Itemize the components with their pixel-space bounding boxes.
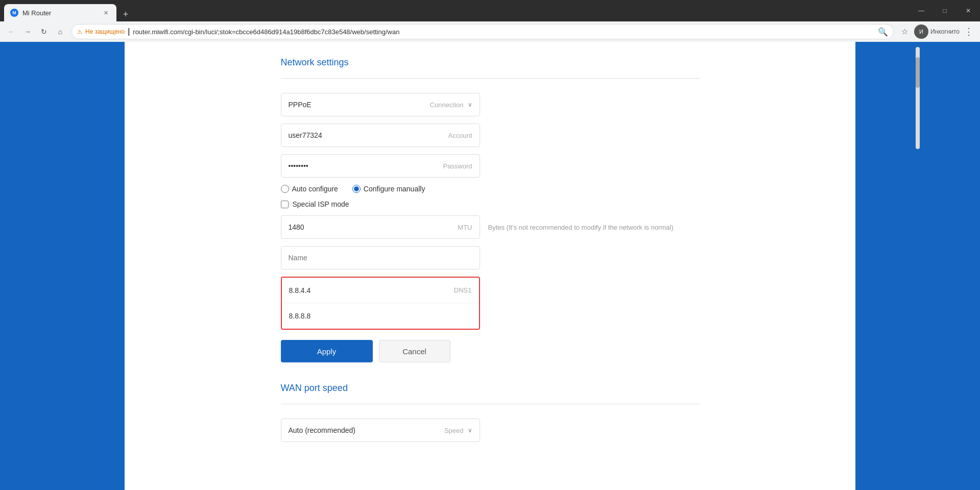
left-panel [0, 42, 125, 490]
configure-radio-group: Auto configure Configure manually [281, 185, 700, 193]
bookmark-button[interactable]: ☆ [898, 24, 912, 39]
connection-value: PPPoE [289, 101, 430, 109]
active-tab[interactable]: M Mi Router ✕ [4, 4, 116, 21]
tab-favicon: M [10, 9, 18, 17]
manual-configure-radio[interactable] [352, 185, 361, 193]
name-input[interactable] [289, 254, 472, 262]
dns2-input[interactable] [289, 312, 472, 320]
dns1-input[interactable] [289, 286, 454, 295]
manual-configure-label: Configure manually [364, 185, 425, 193]
cancel-button[interactable]: Cancel [379, 340, 450, 362]
home-button[interactable]: ⌂ [53, 24, 67, 39]
security-icon: ⚠ [77, 29, 82, 35]
wan-port-speed-title: WAN port speed [281, 383, 700, 394]
mtu-field[interactable]: MTU [281, 215, 480, 239]
account-label: Account [448, 132, 472, 139]
content-area: Network settings PPPoE Connection ∨ Acco… [125, 42, 855, 490]
account-input[interactable] [289, 131, 444, 139]
window-controls: — □ ✕ [910, 0, 980, 21]
not-secure-label: Не защищено [85, 28, 125, 35]
speed-label: Speed [444, 427, 464, 434]
browser-right-icons: ☆ И Инкогнито ⋮ [898, 24, 976, 39]
isp-mode-checkbox[interactable] [281, 201, 289, 208]
forward-button[interactable]: → [20, 24, 35, 39]
address-separator: | [128, 27, 130, 36]
browser-toolbar: ← → ↻ ⌂ ⚠ Не защищено | router.miwifi.co… [0, 21, 980, 42]
network-settings-title: Network settings [281, 57, 700, 68]
tab-close-button[interactable]: ✕ [101, 8, 110, 17]
apply-button[interactable]: Apply [281, 340, 373, 362]
address-bar[interactable]: ⚠ Не защищено | router.miwifi.com/cgi-bi… [71, 24, 894, 39]
manual-configure-option[interactable]: Configure manually [352, 185, 425, 193]
isp-mode-label: Special ISP mode [293, 200, 349, 208]
mtu-label: MTU [458, 224, 472, 231]
connection-field-row: PPPoE Connection ∨ [281, 93, 700, 116]
password-field-row: Password [281, 154, 700, 178]
account-field[interactable]: Account [281, 124, 480, 147]
isp-mode-checkbox-group: Special ISP mode [281, 200, 700, 208]
scrollbar-track[interactable] [916, 47, 920, 149]
password-label: Password [443, 162, 472, 170]
name-field[interactable] [281, 246, 480, 270]
password-input[interactable] [289, 162, 439, 170]
auto-configure-label: Auto configure [292, 185, 338, 193]
speed-dropdown-arrow: ∨ [468, 427, 472, 434]
password-field[interactable]: Password [281, 154, 480, 178]
maximize-button[interactable]: □ [933, 0, 957, 21]
incognito-label: Инкогнито [930, 28, 960, 35]
scrollbar-thumb[interactable] [916, 57, 920, 88]
account-field-row: Account [281, 124, 700, 147]
search-icon: 🔍 [878, 27, 888, 37]
connection-label: Connection [430, 101, 464, 109]
reload-button[interactable]: ↻ [37, 24, 51, 39]
speed-value: Auto (recommended) [289, 426, 444, 434]
connection-dropdown-arrow: ∨ [468, 101, 472, 108]
back-button[interactable]: ← [4, 24, 18, 39]
auto-configure-option[interactable]: Auto configure [281, 185, 338, 193]
dns-container: DNS1 [281, 277, 480, 330]
close-button[interactable]: ✕ [957, 0, 980, 21]
tab-title: Mi Router [22, 9, 97, 17]
new-tab-button[interactable]: + [118, 7, 133, 21]
mtu-row: MTU Bytes (It's not recommended to modif… [281, 215, 700, 239]
main-layout: Network settings PPPoE Connection ∨ Acco… [0, 42, 980, 490]
speed-dropdown[interactable]: Auto (recommended) Speed ∨ [281, 419, 480, 442]
dns2-field-row[interactable] [282, 303, 479, 329]
auto-configure-radio[interactable] [281, 185, 289, 193]
wan-divider [281, 404, 700, 404]
mtu-input[interactable] [289, 223, 454, 231]
network-settings-divider [281, 78, 700, 79]
dns1-field-row[interactable]: DNS1 [282, 278, 479, 303]
url-text: router.miwifi.com/cgi-bin/luci/;stok=cbc… [133, 28, 875, 36]
minimize-button[interactable]: — [910, 0, 933, 21]
dns1-label: DNS1 [454, 286, 472, 294]
button-row: Apply Cancel [281, 340, 700, 362]
right-panel [855, 42, 980, 490]
mtu-hint: Bytes (It's not recommended to modify if… [488, 224, 674, 231]
menu-button[interactable]: ⋮ [962, 24, 976, 39]
browser-tab-bar: M Mi Router ✕ + [0, 0, 980, 21]
connection-dropdown[interactable]: PPPoE Connection ∨ [281, 93, 480, 116]
profile-button[interactable]: И [914, 24, 928, 39]
form-container: Network settings PPPoE Connection ∨ Acco… [281, 57, 700, 442]
